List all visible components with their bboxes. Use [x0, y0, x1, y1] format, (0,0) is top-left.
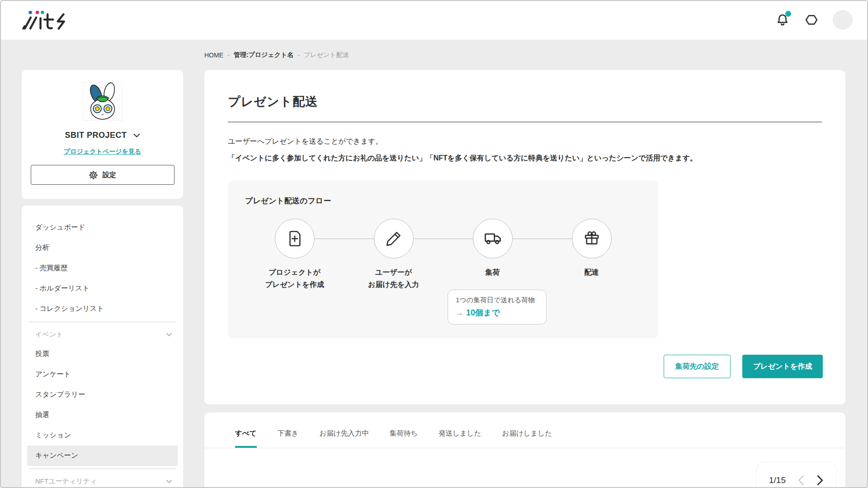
app-header	[0, 0, 868, 40]
delivery-flow-panel: プレゼント配送のフロー プロジェクトが プレゼントを作成	[228, 180, 658, 338]
sidebar-item-lottery[interactable]: 抽選	[22, 405, 183, 425]
flow-step-pickup: 集荷	[443, 219, 542, 291]
settings-button-label: 設定	[103, 171, 116, 179]
flow-steps: プロジェクトが プレゼントを作成 ユーザーが お届け先を入力	[245, 219, 641, 291]
breadcrumb-separator: -	[227, 52, 230, 59]
sidebar-item-stamp-rally[interactable]: スタンプラリー	[22, 385, 183, 405]
flow-step-create: プロジェクトが プレゼントを作成	[245, 219, 344, 291]
flow-step-delivery: 配達	[542, 219, 641, 291]
flow-title: プレゼント配送のフロー	[245, 196, 641, 206]
action-buttons: 集荷先の設定 プレゼントを作成	[664, 355, 823, 378]
pickup-limit-note: 1つの集荷日で送れる荷物 →10個まで	[448, 290, 547, 324]
sidebar-item-analytics[interactable]: 分析	[22, 238, 183, 258]
chevron-left-icon	[797, 475, 805, 486]
arrow-right-icon: →	[456, 309, 463, 317]
pickup-limit-text: 1つの集荷日で送れる荷物	[456, 296, 546, 305]
breadcrumb: HOME - 管理:プロジェクト名 - プレゼント配送	[204, 51, 349, 59]
flow-step-circle	[473, 219, 513, 258]
breadcrumb-current-page: プレゼント配送	[304, 51, 349, 59]
sidebar-item-holder-list[interactable]: - ホルダーリスト	[22, 278, 183, 299]
flow-step-label: ユーザーが お届け先を入力	[368, 266, 419, 291]
breadcrumb-separator: -	[297, 52, 300, 59]
tab-address-entry[interactable]: お届け先入力中	[319, 429, 368, 448]
sidebar-item-sales-history[interactable]: - 売買履歴	[22, 258, 183, 278]
view-project-page-link[interactable]: プロジェクトページを見る	[64, 148, 141, 156]
gear-icon	[89, 170, 98, 180]
chevron-right-icon	[816, 475, 824, 486]
status-tabs: すべて 下書き お届け先入力中 集荷待ち 発送しました お届けしました	[204, 413, 845, 448]
pagination: 1/15	[756, 462, 836, 488]
tab-draft[interactable]: 下書き	[278, 429, 299, 448]
tab-awaiting-pickup[interactable]: 集荷待ち	[390, 429, 418, 448]
gift-icon	[582, 229, 601, 248]
page-description: ユーザーへプレゼントを送ることができます。	[228, 137, 822, 146]
menu-divider	[29, 322, 176, 322]
sidebar-item-survey[interactable]: アンケート	[22, 364, 183, 385]
project-switcher[interactable]: SBIT PROJECT	[65, 131, 140, 140]
breadcrumb-project[interactable]: 管理:プロジェクト名	[234, 51, 294, 59]
header-actions	[775, 10, 853, 30]
sidebar-item-mission[interactable]: ミッション	[22, 425, 183, 446]
sidebar-item-collection-list[interactable]: - コレクションリスト	[22, 299, 183, 319]
page-title: プレゼント配送	[228, 94, 822, 110]
previous-page-button[interactable]	[797, 475, 805, 486]
sidebar-section-event[interactable]: イベント	[22, 325, 183, 344]
pickup-limit-value: →10個まで	[456, 307, 546, 318]
flow-step-address-input: ユーザーが お届け先を入力	[344, 219, 443, 291]
truck-icon	[483, 229, 503, 249]
sidebar-item-dashboard[interactable]: ダッシュボード	[22, 217, 183, 238]
flow-step-label: プロジェクトが プレゼントを作成	[265, 266, 324, 291]
create-present-button[interactable]: プレゼントを作成	[742, 355, 823, 378]
project-avatar-rabbit-image	[82, 82, 123, 121]
flow-step-circle	[572, 219, 612, 258]
hexagon-icon	[804, 13, 819, 27]
document-plus-icon	[285, 229, 304, 248]
sidebar-menu: ダッシュボード 分析 - 売買履歴 - ホルダーリスト - コレクションリスト …	[22, 206, 183, 488]
settings-button[interactable]: 設定	[31, 165, 175, 185]
tab-shipped[interactable]: 発送しました	[439, 429, 481, 448]
pickup-location-settings-button[interactable]: 集荷先の設定	[664, 355, 731, 378]
sidebar-item-campaign[interactable]: キャンペーン	[27, 446, 178, 466]
tab-delivered[interactable]: お届けしました	[502, 429, 552, 448]
breadcrumb-home[interactable]: HOME	[204, 52, 223, 59]
menu-divider	[29, 469, 176, 469]
notification-dot	[785, 11, 791, 17]
chevron-down-icon	[166, 333, 172, 337]
user-avatar[interactable]	[833, 10, 853, 30]
sidebar-section-label: イベント	[35, 330, 63, 339]
hexagon-menu-button[interactable]	[804, 12, 819, 28]
present-list-panel: すべて 下書き お届け先入力中 集荷待ち 発送しました お届けしました 1/15	[204, 413, 845, 488]
present-delivery-panel: プレゼント配送 ユーザーへプレゼントを送ることができます。 「イベントに多く参加…	[204, 70, 845, 404]
project-card: SBIT PROJECT プロジェクトページを見る 設定	[22, 70, 183, 199]
flow-step-label: 集荷	[486, 266, 500, 278]
chevron-down-icon	[133, 133, 140, 138]
flow-step-circle	[275, 219, 315, 258]
page-count: 1/15	[769, 475, 786, 485]
flow-step-circle	[374, 219, 414, 258]
sidebar-section-nft-utility[interactable]: NFTユーティリティ	[22, 472, 183, 488]
next-page-button[interactable]	[816, 475, 824, 486]
title-divider	[228, 122, 822, 122]
sidebar-item-voting[interactable]: 投票	[22, 344, 183, 364]
notification-bell-button[interactable]	[775, 12, 790, 28]
mits-logo[interactable]	[22, 9, 69, 31]
chevron-down-icon	[166, 479, 172, 483]
tab-all[interactable]: すべて	[235, 429, 257, 448]
sidebar-section-label: NFTユーティリティ	[35, 477, 97, 486]
flow-step-label: 配達	[585, 266, 599, 278]
page-description-emphasis: 「イベントに多く参加してくれた方にお礼の品を送りたい」「NFTを多く保有している…	[228, 154, 822, 163]
pencil-icon	[384, 229, 403, 248]
project-name: SBIT PROJECT	[65, 131, 127, 140]
